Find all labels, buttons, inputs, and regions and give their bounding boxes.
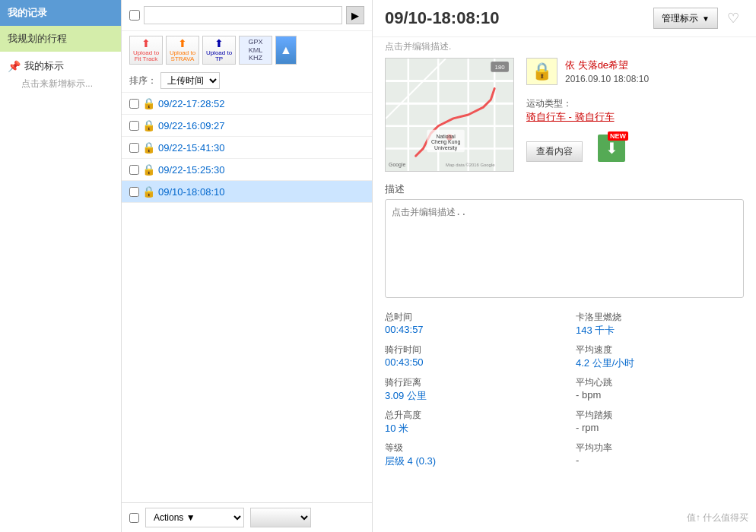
sidebar-markers-label: 我的标示 — [24, 59, 64, 73]
fittrack-icon: ⬆ — [141, 37, 151, 50]
record-item[interactable]: 🔒 09/22-15:25:30 — [122, 159, 372, 181]
favorite-button[interactable]: ♡ — [723, 8, 744, 29]
manage-label: 管理标示 — [662, 12, 698, 25]
detail-title: 09/10-18:08:10 — [385, 8, 653, 28]
sort-label: 排序： — [129, 74, 157, 87]
svg-text:Google: Google — [389, 162, 405, 168]
record-item[interactable]: 🔒 09/22-17:28:52 — [122, 93, 372, 115]
activity-type-row: 运动类型： 骑自行车 - 骑自行车 — [526, 91, 744, 124]
bottom-select-all-checkbox[interactable] — [129, 513, 139, 523]
upload-tp-button[interactable]: ⬆ Upload toTP — [202, 36, 236, 65]
upload-strava-button[interactable]: ⬆ Upload toSTRAVA — [166, 36, 199, 65]
user-link[interactable]: 失落de希望 — [578, 59, 628, 71]
sort-select[interactable]: 上传时间 活动时间 距离 — [160, 72, 220, 89]
download-button-container: ⬇ NEW — [598, 135, 625, 162]
upload-fittrack-button[interactable]: ⬆ Upload toFit Track — [129, 36, 163, 65]
select-all-checkbox[interactable] — [129, 10, 140, 21]
search-submit-button[interactable]: ▶ — [346, 6, 364, 24]
detail-subtitle[interactable]: 点击并编辑描述. — [373, 37, 756, 58]
strava-icon: ⬆ — [178, 37, 187, 50]
stat-ride-time-label: 骑行时间 — [385, 344, 553, 356]
map-container[interactable]: 180 Google Map data ©2016 Google Nationa… — [385, 58, 514, 172]
new-badge: NEW — [608, 131, 628, 141]
stat-distance-value: 3.09 公里 — [385, 389, 553, 403]
actions-go-select[interactable] — [250, 508, 311, 527]
download-icon: ⬇ — [605, 139, 618, 157]
description-textarea[interactable] — [385, 199, 744, 298]
upload-area: ⬆ Upload toFit Track ⬆ Upload toSTRAVA ⬆… — [122, 31, 372, 69]
chevron-down-icon: ▼ — [702, 14, 710, 23]
stat-level: 等级 层级 4 (0.3) — [385, 442, 553, 468]
record-checkbox[interactable] — [129, 165, 139, 175]
tp-label: Upload toTP — [206, 50, 232, 64]
description-label: 描述 — [385, 182, 744, 196]
stat-cadence-value: - rpm — [576, 422, 744, 433]
stat-power: 平均功率 - — [576, 442, 744, 468]
fittrack-label: Upload toFit Track — [133, 50, 159, 64]
record-item[interactable]: 🔒 09/22-16:09:27 — [122, 115, 372, 137]
view-content-button[interactable]: 查看内容 — [526, 141, 583, 162]
gpx-label: GPXKMLKHZ — [248, 38, 262, 62]
sort-row: 排序： 上传时间 活动时间 距离 — [122, 69, 372, 93]
stat-power-value: - — [576, 454, 744, 466]
sidebar-item-my-markers[interactable]: 📌 我的标示 — [0, 52, 121, 76]
upload-gps-button[interactable]: ▲ — [275, 36, 297, 65]
sidebar-item-my-planned[interactable]: 我规划的行程 — [0, 26, 121, 52]
stat-ride-time-value: 00:43:50 — [385, 356, 553, 368]
stat-calories-label: 卡洛里燃烧 — [576, 311, 744, 324]
stat-calories: 卡洛里燃烧 143 千卡 — [576, 311, 744, 337]
stat-power-label: 平均功率 — [576, 442, 744, 454]
stat-cadence: 平均踏频 - rpm — [576, 409, 744, 435]
record-date: 09/22-17:28:52 — [158, 98, 224, 109]
lock-big-icon[interactable]: 🔒 — [526, 58, 557, 85]
stat-elevation: 总升高度 10 米 — [385, 409, 553, 435]
strava-label: Upload toSTRAVA — [170, 50, 195, 64]
detail-area: 09/10-18:08:10 管理标示 ▼ ♡ 点击并编辑描述. — [373, 0, 756, 532]
stats-grid: 总时间 00:43:57 卡洛里燃烧 143 千卡 骑行时间 00:43:50 … — [385, 311, 744, 483]
record-item[interactable]: 🔒 09/22-15:41:30 — [122, 137, 372, 159]
record-date: 09/22-16:09:27 — [158, 120, 224, 131]
record-checkbox[interactable] — [129, 121, 139, 131]
records-list: 🔒 09/22-17:28:52 🔒 09/22-16:09:27 🔒 09/2… — [122, 93, 372, 502]
stat-ride-time: 骑行时间 00:43:50 — [385, 344, 553, 370]
stat-calories-value: 143 千卡 — [576, 324, 744, 337]
gps-icon: ▲ — [280, 43, 292, 57]
map-right-info: 🔒 依 失落de希望 2016.09.10 18:08:10 运动类型： 骑自行… — [526, 58, 744, 162]
record-checkbox[interactable] — [129, 99, 139, 109]
map-info-row: 180 Google Map data ©2016 Google Nationa… — [385, 58, 744, 172]
actions-select[interactable]: Actions ▼ — [145, 508, 244, 527]
record-datetime: 2016.09.10 18:08:10 — [565, 74, 649, 84]
lock-icon: 🔒 — [142, 119, 155, 131]
sidebar-add-marker[interactable]: 点击来新增标示... — [0, 76, 121, 98]
lock-icon: 🔒 — [142, 141, 155, 154]
record-item-active[interactable]: 🔒 09/10-18:08:10 — [122, 181, 372, 203]
lock-row: 🔒 依 失落de希望 2016.09.10 18:08:10 — [526, 58, 744, 85]
detail-header: 09/10-18:08:10 管理标示 ▼ ♡ — [373, 0, 756, 37]
record-date: 09/10-18:08:10 — [158, 186, 224, 198]
activity-type-value[interactable]: 骑自行车 - 骑自行车 — [526, 111, 615, 122]
svg-text:Map data ©2016 Google: Map data ©2016 Google — [446, 163, 495, 167]
user-info: 依 失落de希望 2016.09.10 18:08:10 — [565, 59, 649, 84]
stat-avg-speed-value: 4.2 公里/小时 — [576, 356, 744, 370]
tp-icon: ⬆ — [214, 37, 224, 50]
stat-total-time-label: 总时间 — [385, 311, 553, 324]
detail-content: 180 Google Map data ©2016 Google Nationa… — [373, 58, 756, 483]
stat-total-time-value: 00:43:57 — [385, 324, 553, 335]
record-checkbox[interactable] — [129, 187, 139, 197]
lock-icon: 🔒 — [142, 163, 155, 176]
lock-icon: 🔒 — [142, 97, 155, 109]
search-input[interactable] — [144, 6, 342, 24]
manage-markers-button[interactable]: 管理标示 ▼ — [653, 8, 718, 29]
lock-icon: 🔒 — [142, 185, 155, 198]
upload-gpx-button[interactable]: GPXKMLKHZ — [239, 36, 272, 65]
action-buttons-row: 查看内容 ⬇ NEW — [526, 135, 744, 162]
activity-type-label: 运动类型： — [526, 97, 744, 110]
svg-text:180: 180 — [495, 64, 506, 71]
marker-icon: 📌 — [8, 60, 21, 72]
stat-heart-rate-label: 平均心跳 — [576, 376, 744, 389]
record-date: 09/22-15:41:30 — [158, 142, 224, 154]
sidebar-item-my-records[interactable]: 我的记录 — [0, 0, 121, 26]
user-name[interactable]: 依 失落de希望 — [565, 59, 649, 72]
record-checkbox[interactable] — [129, 143, 139, 153]
stat-heart-rate: 平均心跳 - bpm — [576, 376, 744, 403]
